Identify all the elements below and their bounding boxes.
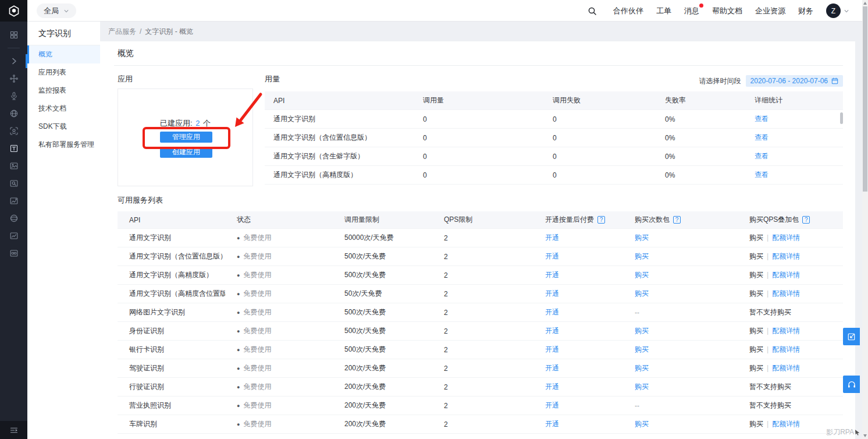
open-postpaid-link[interactable]: 开通 bbox=[545, 289, 559, 298]
feedback-button[interactable] bbox=[843, 328, 860, 345]
buy-count-pack-link[interactable]: 购买 bbox=[635, 345, 649, 353]
global-scope-selector[interactable]: 全局 bbox=[37, 3, 76, 18]
quota-detail-link[interactable]: 配额详情 bbox=[772, 252, 800, 260]
rail-item[interactable] bbox=[0, 52, 27, 70]
open-postpaid-link[interactable]: 开通 bbox=[545, 345, 559, 353]
view-stats-link[interactable]: 查看 bbox=[755, 133, 769, 141]
open-postpaid-link[interactable]: 开通 bbox=[545, 364, 559, 372]
built-apps-count[interactable]: 2 bbox=[195, 119, 200, 128]
usage-cell-api: 通用文字识别（高精度版） bbox=[265, 170, 414, 180]
open-postpaid-link[interactable]: 开通 bbox=[545, 401, 559, 409]
topnav-item[interactable]: 消息 bbox=[684, 6, 699, 16]
open-postpaid-link[interactable]: 开通 bbox=[545, 420, 559, 428]
open-postpaid-link[interactable]: 开通 bbox=[545, 308, 559, 316]
open-postpaid-link[interactable]: 开通 bbox=[545, 383, 559, 391]
open-postpaid-link[interactable]: 开通 bbox=[545, 252, 559, 260]
rail-item[interactable] bbox=[0, 245, 27, 262]
services-column-header-inner: QPS限制 bbox=[444, 215, 533, 225]
open-postpaid-link[interactable]: 开通 bbox=[545, 271, 559, 279]
buy-count-pack-link[interactable]: 购买 bbox=[635, 383, 649, 391]
buy-qps-pack-link[interactable]: 购买 bbox=[749, 289, 763, 298]
rail-item[interactable] bbox=[0, 157, 27, 175]
buy-count-pack-link[interactable]: 购买 bbox=[635, 289, 649, 298]
main-content: 产品服务 / 文字识别 - 概览 概览 应用 已建应用: 2 个 管理应用 创建… bbox=[100, 22, 862, 439]
buy-qps-pack-link[interactable]: 购买 bbox=[749, 420, 763, 428]
buy-count-pack-link[interactable]: 购买 bbox=[635, 327, 649, 335]
buy-count-pack-link[interactable]: 购买 bbox=[635, 271, 649, 279]
services-table-row: 行驶证识别●免费使用200次/天免费2开通购买暂不支持购买 bbox=[118, 378, 843, 396]
view-stats-link[interactable]: 查看 bbox=[755, 115, 769, 123]
count-pack-unavailable: -- bbox=[635, 309, 639, 317]
topnav-item[interactable]: 合作伙伴 bbox=[613, 6, 643, 16]
rail-item[interactable] bbox=[0, 175, 27, 192]
sidebar-item[interactable]: 应用列表 bbox=[27, 63, 100, 82]
service-limit-value: 200次/天免费 bbox=[344, 401, 386, 409]
usage-cell-calls: 0 bbox=[414, 171, 544, 179]
usage-cell-calls: 0 bbox=[414, 115, 544, 123]
buy-count-pack-link[interactable]: 购买 bbox=[635, 252, 649, 260]
rail-item[interactable] bbox=[0, 87, 27, 105]
sidebar-item[interactable]: SDK下载 bbox=[27, 118, 100, 136]
service-cell-qps: 2 bbox=[432, 309, 533, 317]
avatar-initial: Z bbox=[831, 7, 835, 15]
buy-qps-pack-link[interactable]: 购买 bbox=[749, 233, 763, 242]
help-question-icon[interactable]: ? bbox=[673, 216, 681, 224]
quota-detail-link[interactable]: 配额详情 bbox=[772, 327, 800, 335]
create-app-button[interactable]: 创建应用 bbox=[160, 147, 212, 158]
open-postpaid-link[interactable]: 开通 bbox=[545, 327, 559, 335]
quota-detail-link[interactable]: 配额详情 bbox=[772, 271, 800, 279]
quota-detail-link[interactable]: 配额详情 bbox=[772, 345, 800, 353]
sidebar-item[interactable]: 监控报表 bbox=[27, 82, 100, 100]
support-button[interactable] bbox=[843, 376, 860, 393]
rail-item[interactable] bbox=[0, 210, 27, 227]
buy-qps-pack-link[interactable]: 购买 bbox=[749, 345, 763, 353]
scrollbar-thumb[interactable] bbox=[863, 6, 867, 192]
brand-logo[interactable] bbox=[0, 0, 27, 22]
manage-app-button[interactable]: 管理应用 bbox=[160, 132, 212, 143]
rail-item[interactable] bbox=[0, 122, 27, 140]
date-range-picker[interactable]: 2020-07-06 - 2020-07-06 bbox=[746, 75, 843, 87]
rail-item[interactable] bbox=[0, 70, 27, 87]
user-avatar[interactable]: Z bbox=[826, 3, 841, 18]
buy-qps-pack-link[interactable]: 购买 bbox=[749, 364, 763, 372]
buy-qps-pack-link[interactable]: 购买 bbox=[749, 271, 763, 279]
topnav-item[interactable]: 工单 bbox=[656, 6, 671, 16]
rail-item[interactable] bbox=[0, 192, 27, 210]
topnav-item[interactable]: 企业资源 bbox=[755, 6, 785, 16]
collapse-menu-icon[interactable] bbox=[0, 421, 27, 439]
buy-qps-pack-link[interactable]: 购买 bbox=[749, 327, 763, 335]
face-recognition-icon bbox=[9, 126, 19, 136]
help-question-icon[interactable]: ? bbox=[802, 216, 810, 224]
sidebar-item[interactable]: 私有部署服务管理 bbox=[27, 136, 100, 154]
breadcrumb-section[interactable]: 产品服务 bbox=[108, 27, 136, 37]
scrollbar-down-arrow[interactable] bbox=[863, 434, 867, 437]
help-question-icon[interactable]: ? bbox=[597, 216, 605, 224]
user-menu-chevron-icon[interactable] bbox=[844, 8, 849, 14]
scrollbar-up-arrow[interactable] bbox=[863, 2, 867, 5]
sidebar-item[interactable]: 技术文档 bbox=[27, 100, 100, 118]
rail-item[interactable] bbox=[0, 105, 27, 122]
page-scrollbar[interactable] bbox=[862, 0, 868, 439]
sidebar-item[interactable]: 概览 bbox=[27, 45, 100, 63]
open-postpaid-link[interactable]: 开通 bbox=[545, 233, 559, 242]
topnav-item[interactable]: 帮助文档 bbox=[712, 6, 742, 16]
quota-detail-link[interactable]: 配额详情 bbox=[772, 420, 800, 428]
view-stats-link[interactable]: 查看 bbox=[755, 171, 769, 179]
quota-detail-link[interactable]: 配额详情 bbox=[772, 364, 800, 372]
view-stats-link[interactable]: 查看 bbox=[755, 152, 769, 160]
rail-item[interactable] bbox=[0, 227, 27, 245]
services-column-header-inner: 调用量限制 bbox=[344, 215, 432, 225]
buy-qps-pack-link[interactable]: 购买 bbox=[749, 252, 763, 260]
usage-table-scrollbar-thumb[interactable] bbox=[840, 112, 843, 124]
image-chart-icon bbox=[9, 231, 19, 240]
buy-count-pack-link[interactable]: 购买 bbox=[635, 233, 649, 242]
quota-detail-link[interactable]: 配额详情 bbox=[772, 233, 800, 242]
search-icon[interactable] bbox=[588, 6, 597, 16]
service-cell-api: 身份证识别 bbox=[118, 326, 225, 336]
topnav-item[interactable]: 财务 bbox=[798, 6, 813, 16]
quota-detail-link[interactable]: 配额详情 bbox=[772, 289, 800, 298]
buy-count-pack-link[interactable]: 购买 bbox=[635, 420, 649, 428]
buy-count-pack-link[interactable]: 购买 bbox=[635, 364, 649, 372]
rail-item[interactable] bbox=[0, 140, 27, 157]
rail-item[interactable] bbox=[0, 26, 27, 44]
